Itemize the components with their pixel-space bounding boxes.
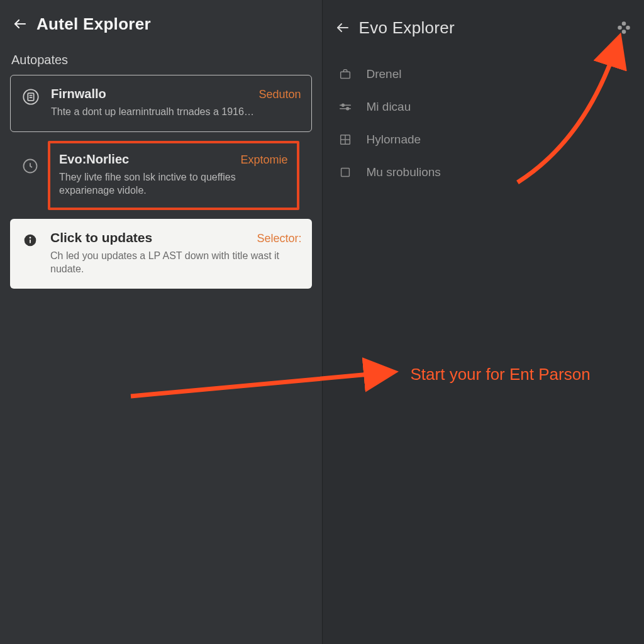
header-left: Autel Explorer [0, 0, 322, 48]
clipboard-icon [22, 88, 40, 106]
menu-label: Mi dicau [367, 100, 411, 114]
right-panel: Evo Explorer Drenel Mi dicau [323, 0, 645, 644]
slider-icon [338, 100, 352, 114]
annotation-text: Start your for Ent Parson [411, 365, 591, 384]
svg-point-12 [626, 26, 630, 30]
clock-icon [21, 157, 39, 175]
header-right: Evo Explorer [323, 0, 645, 55]
svg-point-13 [622, 30, 626, 34]
menu-item-musrobulions[interactable]: Mu srobulions [323, 156, 645, 189]
card-firmware[interactable]: Firnwallo Seduton Thte a dont up learnin… [10, 75, 312, 132]
menu-label: Hylornade [367, 133, 421, 147]
page-title-left: Autel Explorer [36, 14, 151, 34]
svg-point-16 [341, 104, 344, 106]
grid-icon [338, 133, 352, 147]
svg-rect-22 [341, 169, 349, 177]
svg-point-10 [622, 21, 626, 26]
svg-point-11 [618, 26, 622, 30]
left-panel: Autel Explorer Autopates Firnwallo Sedut… [0, 0, 323, 644]
card-action[interactable]: Exptomie [240, 153, 287, 167]
svg-rect-14 [340, 72, 350, 78]
card-evo-highlight[interactable]: Evo:Norliec Exptomie They livte fihe son… [48, 141, 299, 210]
svg-point-1 [23, 89, 38, 104]
section-heading: Autopates [0, 48, 322, 75]
card-title: Click to updates [50, 230, 152, 245]
back-button-left[interactable] [8, 11, 33, 36]
arrow-left-icon [335, 20, 350, 35]
square-icon [338, 165, 352, 179]
card-action[interactable]: Selector: [257, 232, 301, 245]
card-updates[interactable]: Click to updates Selector: Ch led you up… [10, 219, 312, 289]
menu-item-hylornade[interactable]: Hylornade [323, 123, 645, 156]
menu-label: Mu srobulions [367, 165, 441, 179]
card-desc: Ch led you updates a LP AST down with ti… [50, 249, 302, 276]
card-title: Firnwallo [51, 87, 106, 101]
card-desc: Thte a dont up learnintrualh trnades a 1… [51, 105, 301, 119]
menu-label: Drenel [367, 67, 402, 81]
arrow-left-icon [13, 16, 28, 31]
menu-list: Drenel Mi dicau Hylornade Mu srobulions [323, 55, 645, 191]
update-cards: Firnwallo Seduton Thte a dont up learnin… [0, 75, 322, 289]
back-button-right[interactable] [330, 15, 355, 40]
menu-item-drenel[interactable]: Drenel [323, 58, 645, 91]
svg-rect-2 [28, 93, 33, 101]
apps-button[interactable] [614, 18, 634, 38]
card-action[interactable]: Seduton [258, 88, 301, 101]
apps-icon [616, 19, 632, 36]
case-icon [338, 67, 352, 81]
svg-point-18 [346, 108, 348, 110]
page-title-right: Evo Explorer [359, 18, 455, 38]
card-title: Evo:Norliec [59, 152, 129, 167]
svg-rect-8 [30, 240, 31, 243]
card-desc: They livte fihe son lsk inctive to queff… [59, 170, 288, 197]
svg-point-7 [30, 236, 31, 238]
menu-item-midicau[interactable]: Mi dicau [323, 91, 645, 123]
info-icon [21, 231, 39, 249]
